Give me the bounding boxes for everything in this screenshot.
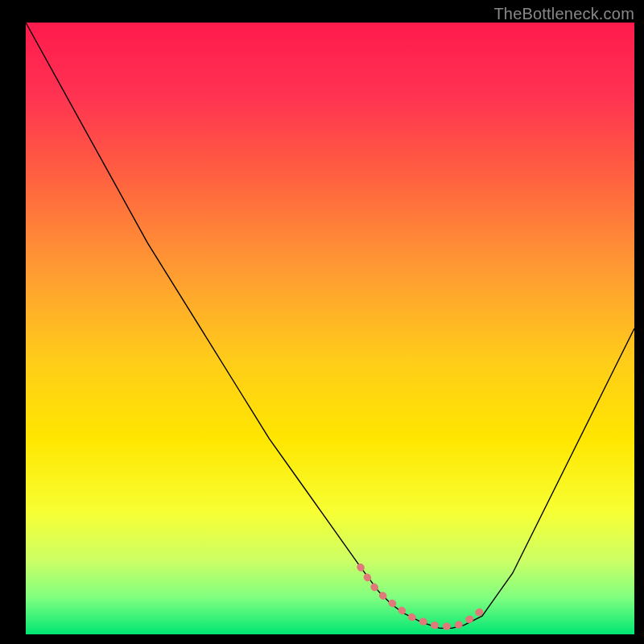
chart-container xyxy=(0,0,644,644)
watermark-label: TheBottleneck.com xyxy=(493,5,634,23)
chart-gradient-bg xyxy=(26,23,634,634)
bottleneck-chart xyxy=(0,0,644,644)
